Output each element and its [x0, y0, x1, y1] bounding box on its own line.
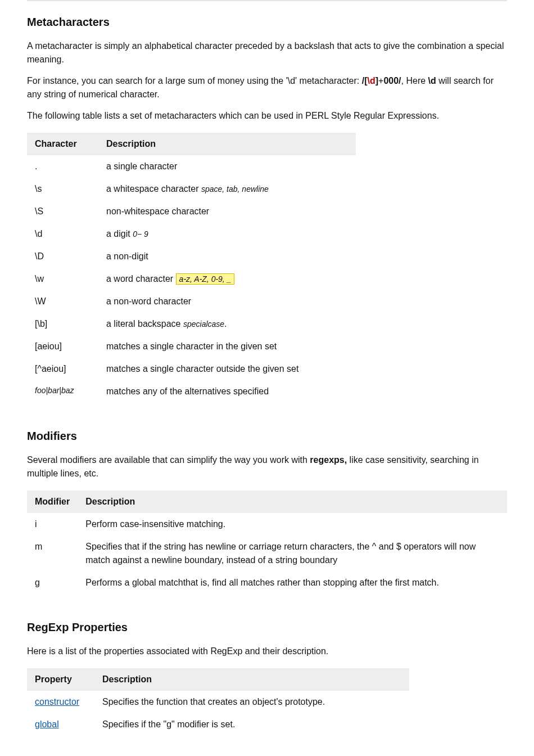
meta-para-2: For instance, you can search for a large… — [27, 74, 507, 101]
table-header-row: Modifier Description — [27, 490, 507, 513]
regexp-properties-heading: RegExp Properties — [27, 606, 507, 640]
column-header-description: Description — [98, 133, 356, 155]
regexp-properties-para: Here is a list of the properties associa… — [27, 645, 507, 658]
table-row: [\b] a literal backspace specialcase. — [27, 313, 356, 335]
modifiers-table: Modifier Description i Perform case-inse… — [27, 490, 507, 594]
table-row: \S non-whitespace character — [27, 200, 356, 223]
table-row: \w a word character a-z, A-Z, 0-9, _ — [27, 268, 356, 290]
column-header-description: Description — [94, 668, 409, 691]
meta-para-1: A metacharacter is simply an alphabetica… — [27, 39, 507, 66]
global-link[interactable]: global — [35, 719, 59, 729]
column-header-property: Property — [27, 668, 94, 691]
column-header-character: Character — [27, 133, 98, 155]
table-row: . a single character — [27, 155, 356, 178]
table-row: foo|bar|baz matches any of the alternati… — [27, 380, 356, 403]
table-header-row: Character Description — [27, 133, 356, 155]
table-row: m Specifies that if the string has newli… — [27, 536, 507, 572]
modifiers-heading: Modifiers — [27, 415, 507, 449]
properties-table: Property Description constructor Specifi… — [27, 668, 409, 736]
metacharacters-heading: Metacharacters — [27, 0, 507, 35]
table-row: \D a non-digit — [27, 245, 356, 268]
table-row: [aeiou] matches a single character in th… — [27, 335, 356, 358]
column-header-modifier: Modifier — [27, 490, 78, 513]
table-row: [^aeiou] matches a single character outs… — [27, 358, 356, 380]
metacharacters-table: Character Description . a single charact… — [27, 133, 356, 403]
table-row: i Perform case-insensitive matching. — [27, 513, 507, 536]
table-row: g Performs a global matchthat is, find a… — [27, 572, 507, 594]
column-header-description: Description — [78, 490, 507, 513]
meta-para-3: The following table lists a set of metac… — [27, 109, 507, 123]
table-row: \s a whitespace character space, tab, ne… — [27, 178, 356, 200]
table-row: global Specifies if the "g" modifier is … — [27, 713, 409, 736]
constructor-link[interactable]: constructor — [35, 697, 79, 706]
modifiers-para: Several modifiers are available that can… — [27, 453, 507, 480]
table-header-row: Property Description — [27, 668, 409, 691]
table-row: constructor Specifies the function that … — [27, 691, 409, 713]
table-row: \W a non-word character — [27, 290, 356, 313]
table-row: \d a digit 0− 9 — [27, 223, 356, 245]
